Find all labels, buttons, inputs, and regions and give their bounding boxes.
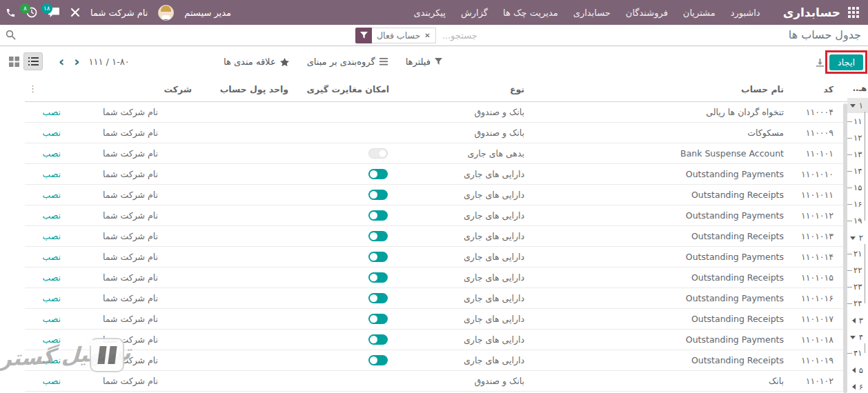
header-reconcile[interactable]: امکان مغایرت گیری <box>293 77 393 101</box>
pager-next-icon[interactable]: › <box>69 54 84 68</box>
index-item[interactable]: ۱۴ <box>847 163 868 179</box>
user-avatar[interactable] <box>158 5 174 21</box>
caret-left-icon[interactable] <box>852 384 856 390</box>
index-item[interactable]: ۲۱ <box>847 245 868 262</box>
app-title[interactable]: حسابداری <box>783 6 840 19</box>
activity-clock-icon[interactable]: ۸ <box>26 7 37 18</box>
kanban-view-button[interactable] <box>4 52 23 70</box>
index-group-label[interactable]: ۶ <box>847 379 868 393</box>
install-link[interactable]: نصب <box>42 128 61 138</box>
index-item[interactable]: ۴۱ <box>847 345 868 361</box>
reconcile-toggle[interactable] <box>368 293 388 303</box>
header-type[interactable]: نوع <box>393 77 529 101</box>
index-item[interactable]: ۱۱ <box>847 113 868 130</box>
topbar-menu-item-3[interactable]: حسابداری <box>566 8 618 18</box>
install-link[interactable]: نصب <box>42 252 61 262</box>
reconcile-toggle[interactable] <box>368 169 388 179</box>
search-facet[interactable]: حساب فعال ✕ <box>372 28 436 43</box>
export-download-icon[interactable] <box>816 58 825 67</box>
index-item[interactable]: ۱۳ <box>847 146 868 163</box>
reconcile-toggle[interactable] <box>368 190 388 200</box>
messages-icon[interactable]: ۱۸ <box>48 7 60 18</box>
index-group-label[interactable]: ۵ <box>847 363 868 378</box>
apps-grid-icon[interactable] <box>845 3 862 21</box>
table-row[interactable]: ۱۱۰۱۰۱۵ Outstanding Receipts دارایی های … <box>25 268 868 288</box>
table-row[interactable]: ۱۱۰۱۰۱۹ Outstanding Receipts دارایی های … <box>25 350 868 371</box>
column-options-icon[interactable]: ⋮ <box>28 83 37 94</box>
header-currency[interactable]: واحد پول حساب <box>196 77 293 101</box>
topbar-menu-item-5[interactable]: گزارش <box>453 8 495 18</box>
table-row[interactable]: ۱۱۰۱۰۱۳ Outstanding Receipts دارایی های … <box>25 226 868 247</box>
index-item[interactable]: ۱۶ <box>847 196 868 212</box>
reconcile-toggle[interactable] <box>368 252 388 262</box>
index-item[interactable]: ۲۴ <box>847 295 868 312</box>
phone-icon[interactable] <box>6 8 16 18</box>
table-row[interactable]: ۱۱۰۱۰۱۴ Outstanding Payments دارایی های … <box>25 247 868 268</box>
reconcile-toggle[interactable] <box>368 314 388 324</box>
install-link[interactable]: نصب <box>42 148 61 159</box>
user-menu[interactable]: مدیر سیستم <box>184 8 231 18</box>
create-button[interactable]: ایجاد <box>829 54 863 70</box>
index-item[interactable]: ۲۳ <box>847 279 868 295</box>
table-row[interactable]: ۱۱۰۱۰۱۶ Outstanding Payments دارایی های … <box>25 288 868 309</box>
install-link[interactable]: نصب <box>42 231 61 241</box>
reconcile-toggle[interactable] <box>368 355 388 365</box>
install-link[interactable]: نصب <box>42 376 61 386</box>
reconcile-toggle[interactable] <box>368 231 388 241</box>
reconcile-toggle[interactable] <box>368 210 388 221</box>
search-bar[interactable]: حساب فعال ✕ جستجو... جدول حساب ها <box>0 25 868 46</box>
caret-down-icon[interactable] <box>850 104 856 108</box>
favorites-dropdown[interactable]: علاقه مندی ها <box>224 57 289 67</box>
install-link[interactable]: نصب <box>42 272 61 283</box>
topbar-menu-item-4[interactable]: مدیریت چک ها <box>495 8 566 18</box>
install-link[interactable]: نصب <box>42 293 61 303</box>
header-name[interactable]: نام حساب <box>529 77 788 101</box>
index-item[interactable]: ۱۹ <box>847 212 868 229</box>
account-name: Outstanding Payments <box>529 330 788 350</box>
table-row[interactable]: ۱۱۰۱۰۲ بانک بانک و صندوق نام شرکت شما نص… <box>25 371 868 392</box>
index-group-label[interactable]: ۳ <box>847 313 868 328</box>
groupby-dropdown[interactable]: گروه‌بندی بر مبنای <box>307 57 388 67</box>
topbar-menu-item-2[interactable]: فروشندگان <box>618 8 675 18</box>
install-link[interactable]: نصب <box>42 107 61 117</box>
table-row[interactable]: ۱۱۰۰۰۴ تنخواه گردان ها ریالی بانک و صندو… <box>25 102 868 123</box>
index-group-label[interactable]: ۲ <box>847 230 868 245</box>
install-link[interactable]: نصب <box>42 334 61 345</box>
facet-remove-icon[interactable]: ✕ <box>424 32 430 39</box>
pager-previous-icon[interactable]: ‹ <box>54 54 69 68</box>
header-company[interactable]: شرکت <box>65 77 196 101</box>
index-item[interactable]: ۱۵ <box>847 179 868 196</box>
table-row[interactable]: ۱۱۰۱۰۱۱ Outstanding Receipts دارایی های … <box>25 185 868 205</box>
install-link[interactable]: نصب <box>42 355 61 365</box>
list-view-button[interactable] <box>23 52 43 70</box>
company-switcher[interactable]: نام شرکت شما <box>90 8 148 18</box>
table-row[interactable]: ۱۱۰۱۰۱۸ Outstanding Payments دارایی های … <box>25 330 868 350</box>
table-row[interactable]: ۱۱۰۱۰۱۷ Outstanding Receipts دارایی های … <box>25 309 868 330</box>
table-row[interactable]: ۱۱۰۱۰۱۰ Outstanding Payments دارایی های … <box>25 164 868 185</box>
reconcile-toggle[interactable] <box>368 272 388 283</box>
index-group-label[interactable]: ۴ <box>847 330 868 345</box>
install-link[interactable]: نصب <box>42 169 61 179</box>
install-link[interactable]: نصب <box>42 210 61 221</box>
install-link[interactable]: نصب <box>42 314 61 324</box>
topbar-menu-item-6[interactable]: پیکربندی <box>406 8 453 18</box>
topbar-menu-item-1[interactable]: مشتریان <box>675 8 723 18</box>
index-item[interactable]: ۲۲ <box>847 262 868 279</box>
reconcile-toggle[interactable] <box>368 334 388 345</box>
topbar-menu-item-0[interactable]: داشبورد <box>723 8 768 18</box>
table-row[interactable]: ۱۱۰۱۰۱۲ Outstanding Payments دارایی های … <box>25 205 868 226</box>
table-row[interactable]: ۱۱۰۱۰۱ Bank Suspense Account بدهی های جا… <box>25 143 868 164</box>
filters-dropdown[interactable]: فیلترها <box>406 57 442 67</box>
table-row[interactable]: ۱۱۰۰۰۹ مسکوکات بانک و صندوق نام شرکت شما… <box>25 123 868 143</box>
header-code[interactable]: کد <box>788 77 838 101</box>
tools-icon[interactable] <box>70 8 80 17</box>
search-input[interactable]: جستجو... <box>442 30 477 41</box>
caret-down-icon[interactable] <box>850 236 856 240</box>
install-link[interactable]: نصب <box>42 190 61 200</box>
reconcile-toggle[interactable] <box>368 148 388 159</box>
index-group-label[interactable]: ۱ <box>847 98 868 113</box>
caret-left-icon[interactable] <box>852 367 856 373</box>
index-item[interactable]: ۱۲ <box>847 130 868 146</box>
caret-down-icon[interactable] <box>850 336 856 339</box>
caret-left-icon[interactable] <box>852 318 856 323</box>
